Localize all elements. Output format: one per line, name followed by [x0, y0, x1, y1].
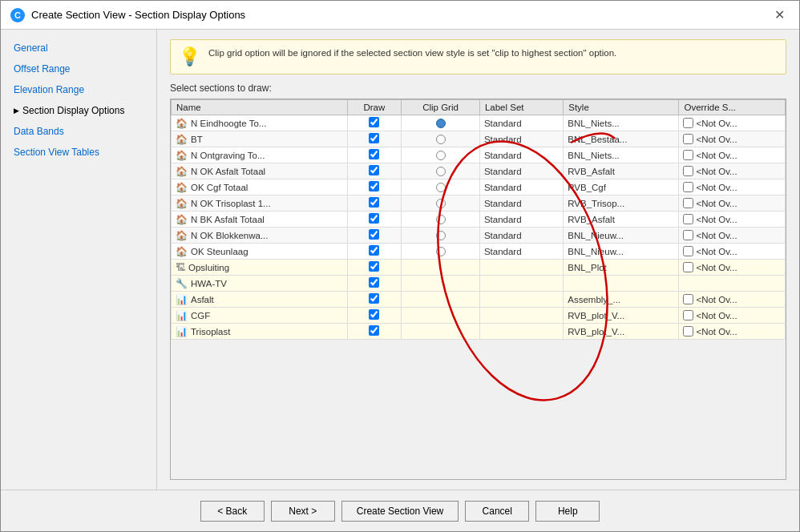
cell-draw[interactable] [347, 115, 401, 131]
cell-clip-grid[interactable] [402, 115, 480, 131]
cell-name: 🏠N OK Blokkenwa... [172, 228, 348, 244]
cell-style: RVB_Trisop... [564, 195, 679, 212]
cell-draw[interactable] [347, 195, 401, 212]
cell-clip-grid[interactable] [402, 131, 480, 147]
draw-checkbox[interactable] [369, 165, 379, 175]
clip-grid-radio[interactable] [436, 135, 446, 144]
override-checkbox[interactable] [683, 294, 693, 304]
sections-table-wrapper[interactable]: Name Draw Clip Grid Label Set Style Over… [170, 99, 786, 480]
cell-override: <Not Ov... [679, 163, 786, 179]
cell-override: <Not Ov... [679, 179, 786, 195]
cell-draw[interactable] [347, 276, 401, 292]
override-checkbox[interactable] [683, 182, 693, 192]
override-checkbox[interactable] [683, 134, 693, 144]
cell-override: <Not Ov... [679, 292, 786, 308]
cell-draw[interactable] [347, 324, 401, 340]
cell-draw[interactable] [347, 163, 401, 179]
col-override: Override S... [679, 100, 786, 115]
clip-grid-radio[interactable] [436, 119, 446, 128]
draw-checkbox[interactable] [369, 181, 379, 191]
back-button[interactable]: < Back [200, 501, 265, 522]
cell-label-set: Standard [479, 115, 563, 131]
cell-style: BNL_Plot [564, 260, 679, 276]
draw-checkbox[interactable] [369, 293, 379, 304]
cell-clip-grid[interactable] [402, 195, 480, 212]
cell-clip-grid [402, 276, 480, 292]
override-checkbox[interactable] [683, 230, 693, 240]
clip-grid-radio[interactable] [436, 167, 446, 176]
cell-draw[interactable] [347, 308, 401, 324]
table-container: Name Draw Clip Grid Label Set Style Over… [170, 99, 786, 480]
override-checkbox[interactable] [683, 198, 693, 208]
override-checkbox[interactable] [683, 262, 693, 272]
sidebar-item-section-display-options[interactable]: Section Display Options [7, 102, 150, 119]
create-section-view-button[interactable]: Create Section View [341, 501, 459, 522]
draw-checkbox[interactable] [369, 325, 379, 336]
draw-checkbox[interactable] [369, 309, 379, 320]
override-checkbox[interactable] [683, 246, 693, 256]
next-button[interactable]: Next > [271, 501, 335, 522]
cell-name: 🏗Opsluiting [172, 260, 348, 276]
sidebar-item-section-view-tables[interactable]: Section View Tables [7, 143, 150, 161]
cell-clip-grid[interactable] [402, 244, 480, 260]
cell-clip-grid[interactable] [402, 163, 480, 179]
cell-clip-grid [402, 308, 480, 324]
cell-draw[interactable] [347, 179, 401, 195]
cell-clip-grid [402, 292, 480, 308]
draw-checkbox[interactable] [369, 149, 379, 159]
override-text: <Not Ov... [696, 119, 737, 128]
draw-checkbox[interactable] [369, 245, 379, 256]
draw-checkbox[interactable] [369, 117, 379, 127]
clip-grid-radio[interactable] [436, 231, 446, 240]
sidebar-item-elevation-range[interactable]: Elevation Range [7, 81, 150, 99]
clip-grid-radio[interactable] [436, 247, 446, 256]
override-checkbox[interactable] [683, 326, 693, 337]
cell-label-set: Standard [479, 212, 563, 228]
cell-draw[interactable] [347, 212, 401, 228]
cell-clip-grid[interactable] [402, 179, 480, 195]
row-icon: 🏠 [176, 198, 188, 209]
cancel-button[interactable]: Cancel [465, 501, 529, 522]
override-checkbox[interactable] [683, 214, 693, 224]
override-checkbox[interactable] [683, 118, 693, 128]
cell-draw[interactable] [347, 228, 401, 244]
clip-grid-radio[interactable] [436, 215, 446, 224]
cell-draw[interactable] [347, 131, 401, 147]
row-icon: 🏠 [176, 166, 188, 177]
clip-grid-radio[interactable] [436, 199, 446, 208]
clip-grid-radio[interactable] [436, 183, 446, 192]
override-checkbox[interactable] [683, 166, 693, 176]
override-text: <Not Ov... [696, 167, 737, 176]
cell-draw[interactable] [347, 260, 401, 276]
cell-label-set [479, 308, 563, 324]
clip-grid-radio[interactable] [436, 151, 446, 160]
draw-checkbox[interactable] [369, 213, 379, 224]
cell-clip-grid[interactable] [402, 147, 480, 163]
cell-clip-grid[interactable] [402, 212, 480, 228]
cell-clip-grid [402, 324, 480, 340]
cell-clip-grid[interactable] [402, 228, 480, 244]
cell-draw[interactable] [347, 292, 401, 308]
override-checkbox[interactable] [683, 150, 693, 160]
draw-checkbox[interactable] [369, 277, 379, 288]
cell-draw[interactable] [347, 244, 401, 260]
override-checkbox[interactable] [683, 310, 693, 320]
cell-draw[interactable] [347, 147, 401, 163]
sidebar-item-offset-range[interactable]: Offset Range [7, 60, 150, 78]
help-button[interactable]: Help [535, 501, 600, 522]
close-button[interactable]: ✕ [770, 7, 790, 23]
sidebar-item-data-bands[interactable]: Data Bands [7, 123, 150, 140]
sections-table: Name Draw Clip Grid Label Set Style Over… [171, 99, 786, 340]
cell-name: 🏠OK Cgf Totaal [172, 179, 348, 195]
override-text: <Not Ov... [696, 231, 737, 240]
cell-style: RVB_Asfalt [564, 212, 679, 228]
cell-name: 🔧HWA-TV [172, 276, 348, 292]
draw-checkbox[interactable] [369, 197, 379, 208]
row-icon: 📊 [176, 310, 188, 321]
sidebar-item-general[interactable]: General [7, 39, 150, 57]
table-row: 🏠N OK Asfalt TotaalStandardRVB_Asfalt<No… [172, 163, 786, 179]
draw-checkbox[interactable] [369, 133, 379, 143]
draw-checkbox[interactable] [369, 261, 379, 272]
info-icon: 💡 [179, 46, 200, 67]
draw-checkbox[interactable] [369, 229, 379, 240]
